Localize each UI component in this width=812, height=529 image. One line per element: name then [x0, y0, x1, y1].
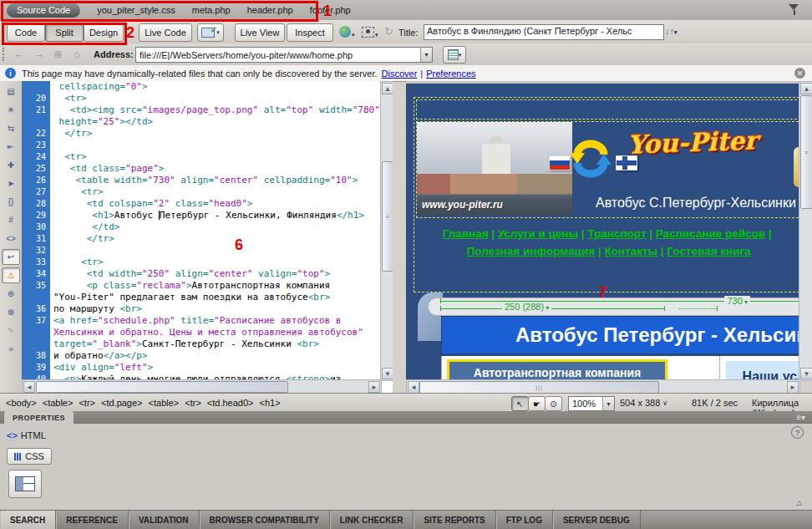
results-tab-search[interactable]: SEARCH [0, 511, 56, 529]
code-navigator-icon[interactable]: ✳ [2, 102, 20, 118]
code-view-button[interactable]: Code [7, 23, 45, 42]
table-width-bar[interactable]: 730 250 (288) [428, 298, 799, 316]
design-nav-link[interactable]: Транспорт [587, 227, 646, 240]
preferences-link[interactable]: Preferences [426, 69, 475, 79]
tag-path-item[interactable]: <td.head0> [207, 398, 254, 408]
code-line[interactable]: 33 <tr> [22, 257, 380, 268]
live-code-button[interactable]: Live Code [139, 23, 192, 42]
code-line[interactable]: 25 <td class="page"> [22, 163, 380, 175]
highlight-invalid-code-icon[interactable]: <> [2, 231, 20, 247]
results-tab-validation[interactable]: VALIDATION [129, 511, 200, 529]
open-documents-icon[interactable]: ▤ [2, 84, 20, 99]
preview-dropdown-arrow[interactable]: ▾ [352, 32, 355, 38]
related-file-tab[interactable]: footer.php [310, 5, 351, 15]
collapse-selection-icon[interactable]: ⇤ [2, 139, 20, 155]
toolbar-grip[interactable] [3, 48, 7, 61]
page-heading-h1[interactable]: Автобус Петербург - Хельсинки [441, 316, 799, 354]
compat-dropdown-arrow[interactable]: ▾ [375, 32, 378, 38]
code-line[interactable]: 36по маршруту <br> [22, 303, 380, 315]
magnification-combo[interactable]: 100%▾ [568, 396, 615, 411]
results-tab-site-reports[interactable]: SITE REPORTS [414, 511, 495, 529]
code-line[interactable]: 30 </td> [22, 221, 380, 233]
design-view-button[interactable]: Design [84, 23, 124, 42]
design-nav-link[interactable]: Гостевая книга [667, 245, 750, 257]
code-line[interactable]: 32 [22, 245, 380, 257]
code-line[interactable]: 39<div align="left"> [22, 362, 380, 374]
code-line[interactable]: 34 <td width="250" align="center" valign… [22, 268, 380, 280]
hand-tool-icon[interactable]: ☛ [528, 396, 546, 411]
tag-path-item[interactable]: <td.page> [101, 398, 143, 408]
design-vertical-scrollbar[interactable]: ▲ ≡ ▼ [799, 81, 812, 381]
related-file-tab[interactable]: meta.php [192, 5, 231, 15]
design-nav-link[interactable]: Полезная информация [466, 245, 595, 257]
tag-path-item[interactable]: <table> [149, 398, 180, 408]
code-line[interactable]: 24 <tr> [22, 151, 380, 163]
validate-page-button[interactable]: ✓ ▾ [197, 23, 224, 42]
collapse-full-tag-icon[interactable]: ⇆ [2, 120, 20, 136]
related-file-tab[interactable]: header.php [247, 5, 293, 15]
properties-tab[interactable]: PROPERTIES [4, 411, 74, 424]
split-view-button[interactable]: Split [45, 23, 84, 42]
panel-menu-icon[interactable]: ≡▾ [796, 413, 805, 422]
line-numbers-icon[interactable]: # [2, 212, 20, 228]
live-view-options-icon[interactable]: ▾ [443, 46, 466, 64]
select-tool-icon[interactable]: ↖ [511, 396, 529, 411]
design-canvas[interactable]: www.you-piter.ru You-Piter Автобус С.Пет… [406, 81, 799, 379]
more-icons-chevron[interactable]: » [2, 341, 20, 357]
file-management-icon[interactable]: ↓↑▾ [665, 26, 678, 36]
code-line[interactable]: 21 <td><img src="images/page_top.png" al… [22, 104, 380, 116]
code-line[interactable]: 27 <tr> [22, 186, 380, 198]
code-line[interactable]: 35 <p class="reclama">Автотранспортная к… [22, 280, 380, 292]
design-nav-link[interactable]: Главная [443, 227, 489, 240]
reclama-cell[interactable]: Автотранспортная компания "You-Piter" пр… [447, 359, 667, 379]
stop-icon[interactable]: ⊗ [53, 48, 63, 60]
results-tab-reference[interactable]: REFERENCE [56, 511, 129, 529]
code-line[interactable]: 31 </tr> [22, 233, 380, 245]
inspect-button[interactable]: Inspect [287, 23, 333, 42]
code-line[interactable]: 37<a href="schedule.php" title="Расписан… [22, 315, 380, 327]
tag-path-item[interactable]: <table> [43, 398, 74, 408]
discover-link[interactable]: Discover [382, 69, 418, 79]
column-width-label-250[interactable]: 250 (288) [502, 302, 551, 312]
code-line[interactable]: 22 </tr> [22, 128, 380, 140]
collapse-panel-icon[interactable]: △ [797, 499, 802, 506]
split-view-divider[interactable] [393, 81, 406, 394]
code-line[interactable]: target="_blank">Санкт-Петербург - Хельси… [22, 338, 380, 350]
balance-braces-icon[interactable]: {} [2, 194, 20, 210]
services-cell[interactable]: Наши услуги [726, 361, 799, 379]
preview-in-browser-icon[interactable] [339, 26, 351, 38]
results-tab-ftp-log[interactable]: FTP LOG [496, 511, 553, 529]
check-browser-compatibility-icon[interactable] [362, 27, 374, 38]
design-nav-link[interactable]: Расписание рейсов [656, 227, 765, 240]
filter-related-files-icon[interactable] [789, 4, 800, 16]
code-editor[interactable]: cellspacing="0">20 <tr>21 <td><img src="… [22, 81, 380, 379]
address-input[interactable]: file:///E|/WebServers/home/you-piter/www… [135, 47, 433, 63]
code-line[interactable]: height="25"></td> [22, 116, 380, 128]
results-tab-server-debug[interactable]: SERVER DEBUG [553, 511, 641, 529]
code-line[interactable]: 38и обратно</a></p> [22, 350, 380, 362]
zoom-tool-icon[interactable]: ⊙ [545, 396, 562, 411]
related-file-tab[interactable]: you_piter_style.css [97, 5, 175, 15]
code-line[interactable]: "You-Piter" предлагает вам поездки на ав… [22, 292, 380, 303]
close-info-bar-icon[interactable]: ✕ [794, 68, 805, 79]
design-nav-link[interactable]: Контакты [604, 245, 657, 257]
tag-path-item[interactable]: <tr> [79, 398, 95, 408]
html-mode-button[interactable]: <> HTML [7, 428, 53, 443]
code-line[interactable]: 29 <h1>Автобус Петербург - Хельсинки, Фи… [22, 210, 380, 221]
window-size-combo[interactable]: 504 x 388∨ [620, 398, 667, 408]
code-line[interactable]: Хельсинки и обратно. Цены и места отправ… [22, 327, 380, 338]
tag-path-item[interactable]: <body> [6, 398, 37, 408]
title-input[interactable]: Автобус в Финляндию (Санкт Петербург - Х… [424, 24, 664, 40]
tag-path-item[interactable]: <tr> [185, 398, 201, 408]
select-parent-tag-icon[interactable]: ➤ [2, 175, 20, 191]
code-line[interactable]: 26 <table width="730" align="center" cel… [22, 175, 380, 186]
code-line[interactable]: 40 <p>Каждый день многие люди отправляют… [22, 374, 380, 379]
back-icon[interactable]: ← [13, 48, 24, 60]
wrap-lines-icon[interactable]: ↩ [2, 249, 20, 265]
results-tab-browser-compatibility[interactable]: BROWSER COMPATIBILITY [200, 511, 330, 529]
remove-comment-icon[interactable]: ⊗ [2, 304, 20, 320]
apply-comment-icon[interactable]: ⊕ [2, 286, 20, 302]
css-mode-button[interactable]: CSS [7, 448, 52, 465]
results-tab-link-checker[interactable]: LINK CHECKER [330, 511, 414, 529]
tag-path-item[interactable]: <h1> [260, 398, 281, 408]
